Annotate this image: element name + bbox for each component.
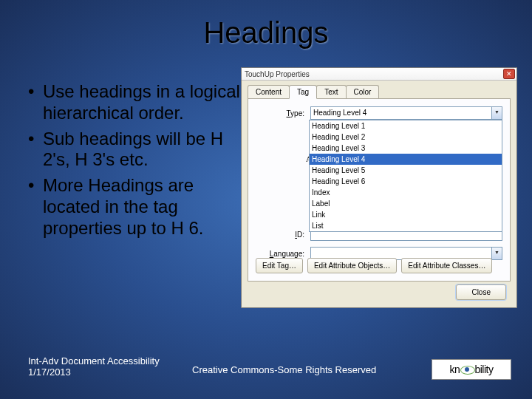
knowbility-logo: knbility — [432, 359, 511, 380]
dropdown-option[interactable]: Heading Level 5 — [310, 165, 502, 176]
bullet-item: Sub headings will be H 2's, H 3's etc. — [28, 129, 250, 171]
touchup-properties-dialog: TouchUp Properties ✕ Content Tag Text Co… — [241, 67, 517, 308]
logo-text-left: kn — [450, 364, 460, 375]
bullet-list: Use headings in a logical hierarchical o… — [28, 81, 250, 244]
tab-text[interactable]: Text — [316, 85, 346, 98]
close-icon[interactable]: ✕ — [503, 69, 515, 79]
footer-date: 1/17/2013 — [28, 366, 160, 378]
dropdown-option[interactable]: List — [310, 220, 502, 231]
dropdown-option[interactable]: Link — [310, 209, 502, 220]
dropdown-option[interactable]: Heading Level 4 — [310, 154, 502, 165]
edit-tag-button[interactable]: Edit Tag… — [256, 258, 303, 273]
eye-icon — [460, 364, 474, 375]
tab-panel-tag: Type: Heading Level 4 ▼ Heading Level 1 … — [248, 98, 511, 282]
tab-color[interactable]: Color — [346, 85, 380, 98]
dropdown-option[interactable]: Label — [310, 198, 502, 209]
close-button[interactable]: Close — [456, 284, 506, 300]
footer-doc-title: Int-Adv Document Accessibility — [28, 355, 160, 367]
dropdown-option[interactable]: Heading Level 3 — [310, 143, 502, 154]
edit-attribute-classes-button[interactable]: Edit Attribute Classes… — [401, 258, 492, 273]
bullet-item: More Headings are located in the tag pro… — [28, 175, 250, 239]
dropdown-option[interactable]: Heading Level 6 — [310, 176, 502, 187]
chevron-down-icon[interactable]: ▼ — [491, 248, 502, 259]
edit-attribute-objects-button[interactable]: Edit Attribute Objects… — [307, 258, 397, 273]
type-combo[interactable]: Heading Level 4 ▼ — [310, 106, 502, 120]
dialog-title: TouchUp Properties — [245, 70, 310, 78]
logo-text-right: bility — [474, 364, 493, 375]
tab-content[interactable]: Content — [248, 85, 290, 98]
slide-title: Headings — [0, 0, 532, 50]
type-label: Type: — [256, 109, 310, 117]
bullet-item: Use headings in a logical hierarchical o… — [28, 81, 250, 124]
language-label: Language: — [256, 250, 310, 258]
type-dropdown-list[interactable]: Heading Level 1 Heading Level 2 Heading … — [309, 120, 502, 232]
dropdown-option[interactable]: Heading Level 1 — [310, 120, 502, 132]
tab-strip: Content Tag Text Color — [242, 81, 516, 98]
tab-tag[interactable]: Tag — [289, 85, 317, 99]
id-label: ID: — [256, 231, 310, 239]
dropdown-option[interactable]: Index — [310, 187, 502, 198]
chevron-down-icon[interactable]: ▼ — [491, 107, 502, 119]
footer-license: Creative Commons-Some Rights Reserved — [192, 364, 376, 375]
footer-left: Int-Adv Document Accessibility 1/17/2013 — [28, 355, 160, 378]
dialog-titlebar[interactable]: TouchUp Properties ✕ — [242, 68, 516, 81]
dropdown-option[interactable]: Heading Level 2 — [310, 132, 502, 143]
type-value[interactable]: Heading Level 4 — [310, 106, 502, 120]
